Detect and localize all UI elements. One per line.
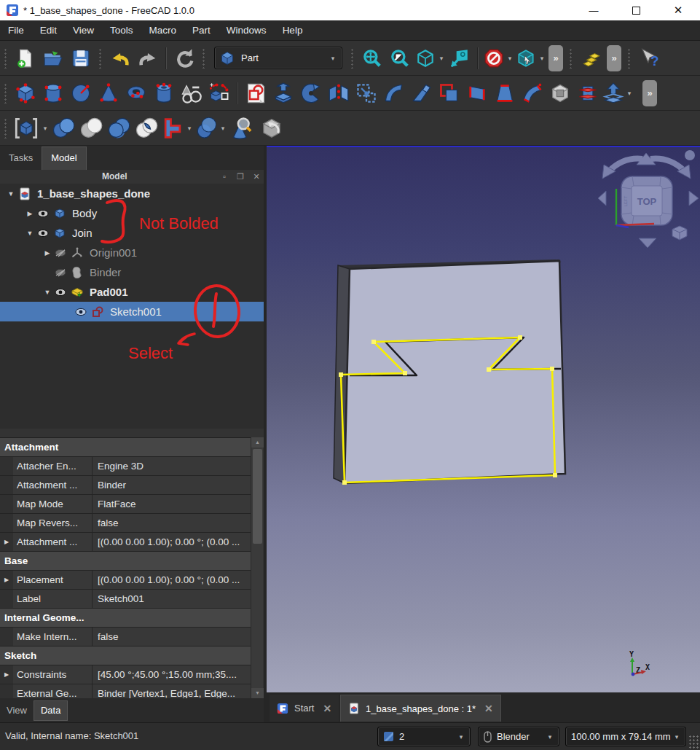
draw-style-icon[interactable] <box>482 43 506 74</box>
property-value[interactable]: false <box>93 628 251 646</box>
property-row[interactable]: Map Revers...false <box>0 514 251 533</box>
toolbar-handle[interactable] <box>202 48 206 69</box>
tree-item-sketch-selected[interactable]: Sketch001 <box>0 302 264 321</box>
menu-part[interactable]: Part <box>184 20 219 41</box>
panel-close-icon[interactable]: ✕ <box>251 171 262 182</box>
toolbar-handle[interactable] <box>4 48 8 69</box>
expand-icon[interactable]: ▶ <box>0 571 13 589</box>
chevron-down-icon[interactable]: ▾ <box>41 125 50 132</box>
new-document-icon[interactable] <box>12 43 39 74</box>
whats-this-icon[interactable]: ? <box>635 43 663 74</box>
tree-expand-closed-icon[interactable]: ▶ <box>42 249 52 257</box>
toolbar-handle[interactable] <box>4 83 8 103</box>
nav-arrow-down-icon[interactable] <box>639 238 656 248</box>
property-value[interactable]: FlatFace <box>93 495 251 513</box>
primitive-cylinder-icon[interactable] <box>39 78 67 109</box>
refresh-icon[interactable] <box>170 43 198 74</box>
tree-item-document[interactable]: ▼ 1_base_shapes_done <box>0 184 264 203</box>
mdi-tab-document[interactable]: 1_base_shapes_done : 1* ✕ <box>340 695 501 722</box>
tree-expand-open-icon[interactable]: ▼ <box>6 190 16 198</box>
cross-sections-icon[interactable] <box>574 78 602 109</box>
chevron-down-icon[interactable]: ▾ <box>437 55 446 62</box>
join-connect-icon[interactable] <box>160 113 185 144</box>
property-row[interactable]: Attacher En...Engine 3D <box>0 457 251 476</box>
toolbar-handle[interactable] <box>98 48 103 69</box>
toolbar-handle[interactable] <box>627 48 632 69</box>
toolbar-overflow-button[interactable]: » <box>607 45 621 71</box>
create-sketch-icon[interactable] <box>242 78 270 109</box>
nav-mini-cube-icon[interactable] <box>672 226 687 240</box>
create-primitives-icon[interactable] <box>205 78 233 109</box>
property-value[interactable]: [45.00 °;45.00 °;15.00 mm;35.... <box>93 665 251 684</box>
tree-item-label[interactable]: Pad001 <box>90 286 128 298</box>
close-icon[interactable]: ✕ <box>323 703 331 714</box>
tree-item-label[interactable]: Binder <box>90 266 121 278</box>
extrude-icon[interactable] <box>270 78 297 109</box>
close-button[interactable]: ✕ <box>661 0 695 20</box>
redo-icon[interactable] <box>134 43 162 74</box>
primitive-cone-icon[interactable] <box>95 78 122 109</box>
tree-item-label[interactable]: 1_base_shapes_done <box>37 187 150 200</box>
navigation-cluster[interactable]: TOP LEFT <box>598 150 699 248</box>
property-value[interactable]: [(0.00 0.00 1.00); 0.00 °; (0.00 ... <box>93 533 251 551</box>
property-value[interactable]: Sketch001 <box>93 590 251 608</box>
panel-collapse-icon[interactable]: ▫ <box>219 171 230 182</box>
create-part-container-icon[interactable] <box>577 43 605 74</box>
scroll-down-icon[interactable]: ▼ <box>251 688 264 698</box>
property-row[interactable]: Attachment ...Binder <box>0 476 251 495</box>
mdi-tab-start[interactable]: Start ✕ <box>270 695 339 722</box>
tab-model[interactable]: Model <box>42 147 86 170</box>
chevron-down-icon[interactable]: ▾ <box>506 55 514 62</box>
open-document-icon[interactable] <box>39 43 67 74</box>
close-icon[interactable]: ✕ <box>484 703 493 714</box>
draw-style-selector[interactable]: 2 ▾ <box>377 727 471 746</box>
navcube-top-label[interactable]: TOP <box>637 196 657 207</box>
sweep-icon[interactable] <box>519 78 546 109</box>
splitting-tools-icon[interactable] <box>194 113 219 144</box>
menu-macro[interactable]: Macro <box>141 20 185 41</box>
resize-grip[interactable] <box>688 734 699 749</box>
tab-data[interactable]: Data <box>34 700 68 721</box>
boolean-intersection-icon[interactable] <box>133 113 160 144</box>
shape-builder-icon[interactable] <box>178 78 205 109</box>
panel-float-icon[interactable]: ❐ <box>235 171 246 182</box>
scale-icon[interactable] <box>353 78 380 109</box>
property-row[interactable]: Make Intern...false <box>0 628 251 647</box>
toolbar-handle[interactable] <box>569 48 573 69</box>
mdi-tab-label[interactable]: Start <box>294 703 314 714</box>
undo-icon[interactable] <box>106 43 134 74</box>
tree-item-join[interactable]: ▼ Join <box>0 223 264 243</box>
property-scrollbar[interactable]: ▲ ▼ <box>251 437 263 698</box>
property-row[interactable]: External Ge...Binder [Vertex1, Edge1, Ed… <box>0 684 251 698</box>
chevron-down-icon[interactable]: ▾ <box>219 125 227 132</box>
zoom-selection-icon[interactable] <box>386 43 414 74</box>
property-row[interactable]: ▶Constraints[45.00 °;45.00 °;15.00 mm;35… <box>0 665 251 684</box>
tree-item-label[interactable]: Body <box>72 207 97 219</box>
property-row[interactable]: Map ModeFlatFace <box>0 495 251 514</box>
menu-edit[interactable]: Edit <box>32 20 65 41</box>
tree-item-binder[interactable]: Binder <box>0 262 264 282</box>
expand-icon[interactable]: ▶ <box>0 533 13 551</box>
fillet-icon[interactable] <box>380 78 408 109</box>
chevron-down-icon[interactable]: ▾ <box>625 90 634 97</box>
offset-icon[interactable] <box>602 78 625 109</box>
tree-expand-closed-icon[interactable]: ▶ <box>25 210 35 217</box>
tree-item-pad[interactable]: ▼ Pad001 <box>0 282 264 302</box>
toolbar-overflow-button[interactable]: » <box>548 45 563 71</box>
expand-icon[interactable]: ▶ <box>0 665 13 684</box>
defeaturing-icon[interactable] <box>258 113 286 144</box>
primitive-torus-icon[interactable] <box>122 78 150 109</box>
workbench-selector[interactable]: Part ▾ <box>214 47 342 69</box>
pad-solid[interactable] <box>334 259 565 483</box>
toolbar-handle[interactable] <box>4 118 8 138</box>
align-to-selection-icon[interactable] <box>446 43 473 74</box>
nav-arrow-left-icon[interactable] <box>598 191 606 206</box>
property-value[interactable]: Binder <box>93 476 251 494</box>
property-group-attachment[interactable]: Attachment <box>0 438 251 457</box>
make-face-icon[interactable] <box>436 78 463 109</box>
scrollbar-thumb[interactable] <box>253 449 262 544</box>
menu-file[interactable]: File <box>0 20 32 41</box>
dimensions-selector[interactable]: 100.00 mm x 79.14 mm ▾ <box>565 727 686 746</box>
tree-item-label[interactable]: Join <box>72 227 93 239</box>
ruled-surface-icon[interactable] <box>463 78 491 109</box>
